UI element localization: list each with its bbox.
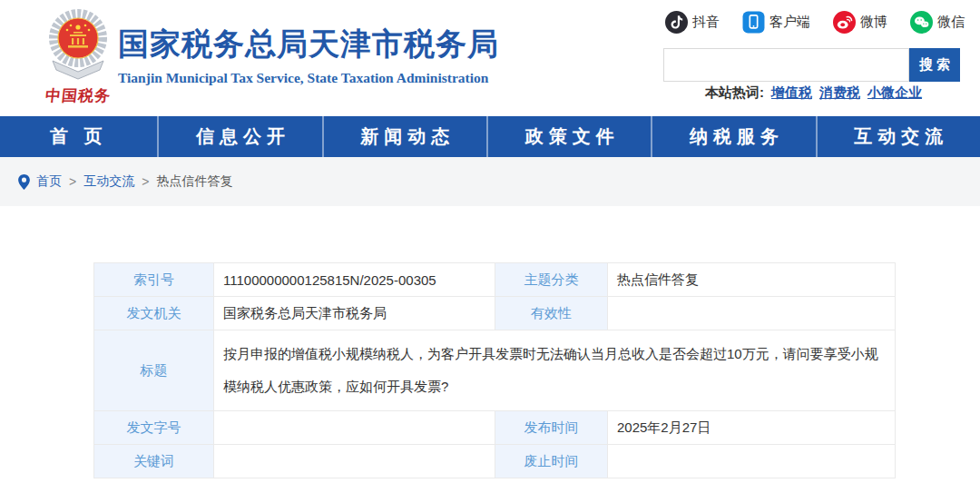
mobile-app-icon	[742, 11, 765, 34]
table-row: 索引号 11100000000125815N/2025-00305 主题分类 热…	[94, 263, 896, 297]
field-label-keywords: 关键词	[94, 445, 214, 478]
field-label-topic-category: 主题分类	[495, 263, 608, 297]
logo-caption: 中国税务	[39, 85, 117, 106]
table-row: 发文机关 国家税务总局天津市税务局 有效性	[94, 297, 896, 330]
social-label: 抖音	[692, 14, 720, 31]
location-pin-icon	[18, 174, 30, 190]
social-label: 微信	[937, 14, 965, 31]
nav-item-interaction[interactable]: 互动交流	[816, 116, 980, 157]
breadcrumb-current: 热点信件答复	[156, 173, 232, 190]
field-value-keywords	[214, 445, 495, 478]
table-row: 标题 按月申报的增值税小规模纳税人，为客户开具发票时无法确认当月总收入是否会超过…	[94, 330, 896, 411]
hotword-link-small-enterprise[interactable]: 小微企业	[867, 84, 922, 102]
field-value-document-number	[214, 411, 495, 445]
field-label-issuing-agency: 发文机关	[94, 297, 214, 330]
breadcrumb: 首页 > 互动交流 > 热点信件答复	[0, 157, 980, 206]
field-value-issuing-agency: 国家税务总局天津市税务局	[214, 297, 495, 330]
social-link-weibo[interactable]: 微博	[833, 11, 887, 34]
site-title: 国家税务总局天津市税务局	[118, 27, 499, 61]
page: 中国税务 国家税务总局天津市税务局 Tianjin Municipal Tax …	[0, 0, 980, 493]
breadcrumb-home-link[interactable]: 首页	[36, 173, 62, 190]
search-button[interactable]: 搜 索	[909, 48, 960, 82]
tax-emblem-icon	[42, 5, 114, 84]
breadcrumb-section-link[interactable]: 互动交流	[83, 173, 134, 190]
field-value-validity	[608, 297, 896, 330]
nav-item-home[interactable]: 首 页	[0, 116, 157, 157]
field-value-publish-date: 2025年2月27日	[608, 411, 896, 445]
field-value-topic-category: 热点信件答复	[608, 263, 896, 297]
site-subtitle: Tianjin Municipal Tax Service, State Tax…	[118, 70, 499, 86]
social-link-wechat[interactable]: 微信	[910, 11, 965, 34]
main-nav: 首 页 信息公开 新闻动态 政策文件 纳税服务 互动交流	[0, 116, 980, 157]
social-link-douyin[interactable]: 抖音	[665, 11, 720, 34]
social-label: 微博	[860, 14, 887, 31]
field-label-publish-date: 发布时间	[495, 411, 608, 445]
field-label-repeal-date: 废止时间	[495, 445, 608, 478]
field-label-document-number: 发文字号	[94, 411, 214, 445]
hotwords-label: 本站热词:	[705, 84, 764, 102]
info-table: 索引号 11100000000125815N/2025-00305 主题分类 热…	[93, 262, 896, 478]
hotword-link-consumption-tax[interactable]: 消费税	[819, 84, 860, 102]
douyin-icon	[665, 11, 688, 34]
social-label: 客户端	[769, 14, 810, 31]
search-input[interactable]	[663, 48, 909, 82]
site-logo[interactable]: 中国税务	[40, 5, 116, 106]
hotwords-bar: 本站热词: 增值税 消费税 小微企业	[705, 84, 922, 102]
field-value-index-number: 11100000000125815N/2025-00305	[214, 263, 495, 297]
breadcrumb-separator: >	[69, 174, 76, 189]
breadcrumb-separator: >	[142, 174, 149, 189]
field-value-title: 按月申报的增值税小规模纳税人，为客户开具发票时无法确认当月总收入是否会超过10万…	[214, 330, 896, 411]
nav-item-info-disclosure[interactable]: 信息公开	[157, 116, 321, 157]
weibo-icon	[833, 11, 856, 34]
field-label-index-number: 索引号	[94, 263, 214, 297]
table-row: 关键词 废止时间	[94, 445, 896, 478]
social-link-app-client[interactable]: 客户端	[742, 11, 810, 34]
site-title-block: 国家税务总局天津市税务局 Tianjin Municipal Tax Servi…	[118, 27, 499, 86]
nav-item-tax-services[interactable]: 纳税服务	[651, 116, 815, 157]
nav-item-policy-documents[interactable]: 政策文件	[486, 116, 651, 157]
table-row: 发文字号 发布时间 2025年2月27日	[94, 411, 896, 445]
field-label-validity: 有效性	[495, 297, 608, 330]
nav-item-news[interactable]: 新闻动态	[322, 116, 486, 157]
hotword-link-vat[interactable]: 增值税	[771, 84, 812, 102]
site-header: 中国税务 国家税务总局天津市税务局 Tianjin Municipal Tax …	[0, 0, 980, 116]
social-links: 抖音 客户端	[665, 11, 965, 34]
field-label-title: 标题	[94, 330, 214, 411]
wechat-icon	[910, 11, 933, 34]
field-value-repeal-date	[608, 445, 896, 478]
